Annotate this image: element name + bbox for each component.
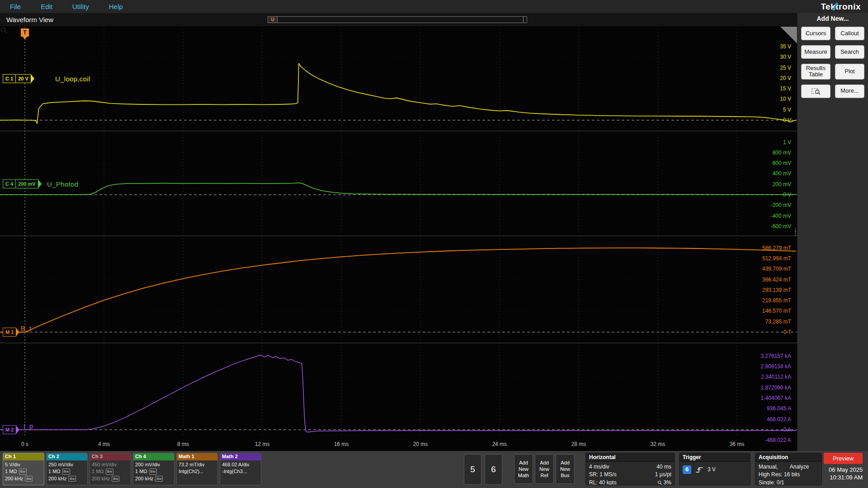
waveform-plot-area[interactable]: T ⋮⋮⋮⋮ 0 s4 ms8 ms12 ms16 ms20 ms24 ms28… [0,26,797,451]
y-tick-label-ch1: 25 V [780,65,791,71]
date-text: 06 May 2025 [829,466,863,474]
y-tick-label-ch4: 200 mV [773,181,791,188]
y-tick-label-ch4: 0 V [783,192,791,198]
acquisition-panel[interactable]: Acquisition Manual, Analyze High Res: 16… [755,453,822,485]
channel-badge-title: Math 2 [220,453,261,460]
y-tick-label-m2: 2.340112 kA [761,374,792,380]
acq-highres: High Res: 16 bits [759,471,818,479]
y-tick-label-ch1: 10 V [780,96,791,102]
horizontal-panel[interactable]: Horizontal 4 ms/div 40 ms SR: 1 MS/s 1 µ… [585,453,675,485]
overview-endcap[interactable] [523,17,527,23]
horizontal-body: 4 ms/div 40 ms SR: 1 MS/s 1 µs/pt RL: 40… [586,462,675,485]
y-tick-label-m2: 468.022 A [767,416,791,422]
menu-help[interactable]: Help [109,3,123,10]
bandwidth-icon: Bw [112,476,119,482]
trigger-panel[interactable]: Trigger 6 3 V [679,453,750,485]
acq-mode: Manual, [759,463,778,471]
channel-badge-strip: Ch 15 V/div1 MΩBw200 kHzBwCh 2250 mV/div… [3,453,261,485]
channel-badge-ch-4[interactable]: Ch 4200 mV/div1 MΩBw200 kHzBw [133,453,175,485]
channel-badge-ch-2[interactable]: Ch 2250 mV/div1 MΩBw200 kHzBw [46,453,88,485]
y-tick-label-ch1: 30 V [780,54,791,60]
y-tick-label-m1: 366.424 mT [762,277,791,283]
trigger-flag[interactable]: T [21,28,29,37]
zoom-box-icon [811,88,821,95]
badge-segment: M 2 [3,426,16,434]
bandwidth-icon: Bw [155,476,163,482]
channel-badge-line: 1 MΩBw [48,468,85,475]
panel-button-grid: Cursors Callout Measure Search Results T… [797,27,868,98]
trace-ch4 [0,183,796,194]
more-button[interactable]: More... [835,84,864,98]
x-axis-label: 16 ms [328,441,355,447]
channel-badge-line: 200 kHzBw [135,475,172,482]
channel-badge-ch-3[interactable]: Ch 3450 mV/div1 MΩBw200 kHzBw [90,453,131,485]
menu-file[interactable]: File [10,3,21,10]
slot-6-button[interactable]: 6 [485,454,502,485]
zoom-percent-value: 3% [664,479,671,485]
zoom-percent-icon [657,480,662,485]
bandwidth-icon: Bw [106,469,113,474]
channel-badge-line: 1 MΩBw [5,468,42,475]
y-tick-label-m2: 3.276157 kA [761,353,791,359]
slot-5-button[interactable]: 5 [464,454,481,485]
x-axis-label: 4 ms [90,441,118,447]
add-new-ref-button[interactable]: Add New Ref [535,454,554,484]
trigger-level-value: 3 V [708,466,716,474]
cursors-button[interactable]: Cursors [801,27,830,40]
y-tick-label-m2: 1.872090 kA [761,385,791,391]
waveform-view-tabbar: Waveform View U [0,13,797,27]
badge-arrow [31,74,34,83]
sample-rate: SR: 1 MS/s [589,471,617,479]
channel-badge-body: 73.2 mT/divIntg(Ch2)... [177,460,217,476]
overview-handle[interactable]: U [268,17,278,23]
add-new-math-button[interactable]: Add New Math [514,454,533,484]
trace-label-m1: B_t [21,324,31,332]
channel-badge-line: 73.2 mT/div [179,461,216,468]
channel-badge-math-1[interactable]: Math 173.2 mT/divIntg(Ch2)... [176,453,218,485]
channel-badge-title: Math 1 [177,453,217,460]
measure-button[interactable]: Measure [801,45,830,59]
corner-zoom-triangle[interactable] [780,26,797,43]
channel-badge-line: 200 kHzBw [48,475,85,482]
callout-button[interactable]: Callout [835,27,864,40]
y-tick-label-m2: -468.022 A [765,437,791,443]
logo-text: Tektronix [821,2,861,12]
y-tick-label-ch1: 20 V [780,75,791,81]
channel-badge-math-2[interactable]: Math 2468.02 A/div-Intg(Ch3... [220,453,261,485]
y-tick-label-ch4: -600 mV [771,223,791,230]
zoom-box-button[interactable] [801,84,830,98]
trace-badge-ch4[interactable]: C 4200 mV [3,179,38,188]
magnifier-icon [0,26,8,34]
y-tick-label-ch1: 0 V [783,117,791,123]
panel-resize-handle[interactable]: ⋮⋮⋮⋮ [793,228,797,235]
x-axis-label: 32 ms [644,441,671,447]
plot-button[interactable]: Plot [835,64,864,80]
channel-badge-body: 5 V/div1 MΩBw200 kHzBw [3,460,44,483]
horizontal-title: Horizontal [586,453,675,462]
trace-badge-m2[interactable]: M 2 [3,425,16,434]
trace-badge-ch1[interactable]: C 120 V [3,74,31,83]
trigger-source-badge: 6 [683,465,691,474]
y-tick-label-m1: 293.139 mT [762,287,791,293]
channel-badge-ch-1[interactable]: Ch 15 V/div1 MΩBw200 kHzBw [3,453,44,485]
channel-badge-body: 468.02 A/div-Intg(Ch3... [220,460,261,476]
channel-badge-line: 450 mV/div [92,461,129,468]
x-axis-label: 28 ms [565,441,592,447]
bandwidth-icon: Bw [149,469,157,474]
results-table-button[interactable]: Results Table [801,64,830,80]
menu-utility[interactable]: Utility [72,3,89,10]
search-button[interactable]: Search [835,45,864,59]
menu-edit[interactable]: Edit [41,3,52,10]
channel-badge-line: 1 MΩBw [92,468,129,475]
preview-button[interactable]: Preview [824,453,863,464]
horizontal-overview-slider[interactable]: U [268,16,527,23]
bandwidth-icon: Bw [68,476,76,482]
add-new-bus-button[interactable]: Add New Bus [556,454,575,484]
x-axis-label: 8 ms [170,441,197,447]
add-new-label: Add New... [797,15,868,22]
badge-arrow [38,179,42,188]
y-tick-label-ch1: 15 V [780,85,791,92]
rising-edge-icon [695,466,703,474]
trace-badge-m1[interactable]: M 1 [3,328,16,337]
bottom-settings-bar: Ch 15 V/div1 MΩBw200 kHzBwCh 2250 mV/div… [0,451,868,488]
